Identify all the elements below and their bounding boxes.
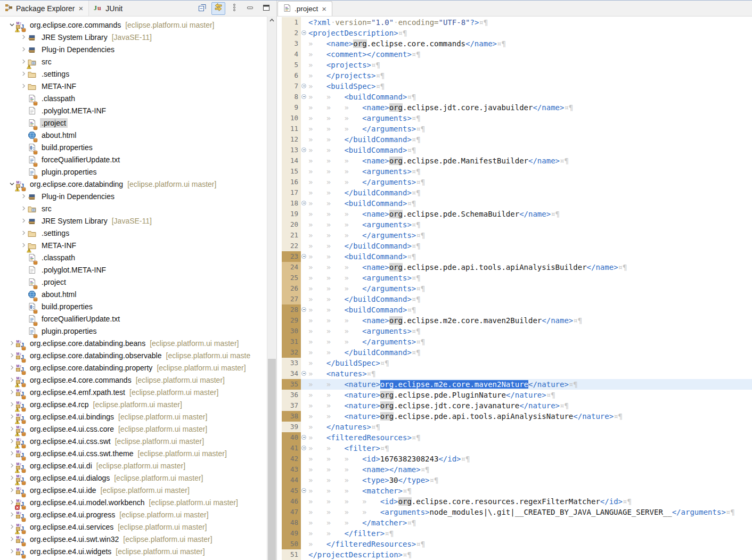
code-line[interactable]: 30»»»<arguments>¤¶ (277, 326, 752, 336)
code-line[interactable]: 35»»<nature>org.eclipse.m2e.core.maven2N… (277, 379, 752, 390)
code-line[interactable]: 29»»»<name>org.eclipse.m2e.core.maven2Bu… (277, 315, 752, 326)
code-line[interactable]: 31»»»</arguments>¤¶ (277, 336, 752, 347)
tree-scrollbar[interactable] (267, 16, 276, 560)
tree-item[interactable]: M2Jorg.eclipse.e4.ui.services[eclipse.pl… (0, 521, 276, 533)
chevron-right-icon[interactable] (19, 206, 28, 211)
code-line[interactable]: 23»»<buildCommand>¤¶ (277, 251, 752, 262)
code-line[interactable]: 22»»</buildCommand>¤¶ (277, 241, 752, 251)
code-line[interactable]: 47»»»»<arguments>node_modules|\.git|__CR… (277, 507, 752, 517)
chevron-right-icon[interactable] (7, 365, 16, 370)
code-line[interactable]: 11»»»</arguments>¤¶ (277, 123, 752, 134)
code-line[interactable]: 46»»»»<id>org.eclipse.core.resources.reg… (277, 496, 752, 507)
tree-item[interactable]: M2Jorg.eclipse.core.databinding.property… (0, 361, 276, 374)
fold-marker-icon[interactable] (301, 201, 306, 205)
tab-junit[interactable]: Ju JUnit (89, 1, 127, 16)
code-line[interactable]: 12»»</buildCommand>¤¶ (277, 134, 752, 145)
code-line[interactable]: 50»</filteredResources>¤¶ (277, 539, 752, 549)
chevron-right-icon[interactable] (19, 71, 28, 76)
code-line[interactable]: 33»</buildSpec>¤¶ (277, 358, 752, 368)
scrollbar-thumb[interactable] (268, 359, 276, 560)
chevron-right-icon[interactable] (19, 35, 28, 39)
code-line[interactable]: 41»»<filter>¤¶ (277, 443, 752, 454)
code-line[interactable]: 42»»»<id>1676382308243</id>¤¶ (277, 454, 752, 464)
chevron-right-icon[interactable] (19, 47, 28, 52)
code-line[interactable]: 5»<projects>¤¶ (277, 60, 752, 70)
code-line[interactable]: 26»»»</arguments>¤¶ (277, 283, 752, 294)
code-line[interactable]: 43»»»<name></name>¤¶ (277, 464, 752, 475)
scroll-up-button[interactable] (267, 16, 276, 24)
code-line[interactable]: 13»»<buildCommand>¤¶ (277, 145, 752, 155)
view-menu-button[interactable] (227, 2, 241, 15)
fold-marker-icon[interactable] (301, 254, 306, 259)
tree-item[interactable]: 0:build.properties (0, 141, 276, 153)
chevron-right-icon[interactable] (7, 488, 16, 492)
tree-item[interactable]: .classpath (0, 92, 276, 104)
code-line[interactable]: 17»»</buildCommand>¤¶ (277, 187, 752, 198)
code-line[interactable]: 9»»»<name>org.eclipse.jdt.core.javabuild… (277, 102, 752, 113)
tree-item[interactable]: M2Jorg.eclipse.e4.ui.model.workbench[ecl… (0, 496, 276, 508)
tree-item[interactable]: plugin.properties (0, 166, 276, 178)
collapse-all-button[interactable] (195, 2, 209, 15)
code-line[interactable]: 14»»»<name>org.eclipse.pde.ManifestBuild… (277, 155, 752, 166)
tree-item[interactable]: .project (0, 117, 276, 129)
code-line[interactable]: 20»»»<arguments>¤¶ (277, 219, 752, 230)
tree-item[interactable]: M2Jorg.eclipse.core.databinding.observab… (0, 349, 276, 361)
tree-item[interactable]: M2Jorg.eclipse.e4.ui.widgets[eclipse.pla… (0, 545, 276, 557)
tree-item[interactable]: M2Jorg.eclipse.e4.ui.swt.win32[eclipse.p… (0, 533, 276, 545)
minimize-button[interactable] (243, 2, 257, 15)
code-area[interactable]: 1<?xml·version="1.0"·encoding="UTF-8"?>¤… (277, 17, 752, 560)
tree-item[interactable]: M2Jorg.eclipse.core.databinding.beans[ec… (0, 337, 276, 349)
tree-item[interactable]: M2Jorg.eclipse.e4.ui.css.swt.theme[eclip… (0, 447, 276, 459)
code-line[interactable]: 25»»»<arguments>¤¶ (277, 273, 752, 283)
fold-marker-icon[interactable] (301, 446, 306, 450)
tree-item[interactable]: .settings (0, 68, 276, 80)
code-line[interactable]: 38»»<nature>org.eclipse.pde.api.tools.ap… (277, 411, 752, 422)
fold-marker-icon[interactable] (301, 488, 306, 493)
tree-item[interactable]: Plug-in Dependencies (0, 190, 276, 202)
code-line[interactable]: 8»»<buildCommand>¤¶ (277, 92, 752, 102)
tree-item[interactable]: src (0, 55, 276, 68)
tree-item[interactable]: M2Jorg.eclipse.e4.rcp[eclipse.platform.u… (0, 398, 276, 410)
code-line[interactable]: 2<projectDescription>¤¶ (277, 28, 752, 38)
tree-item[interactable]: .polyglot.META-INF (0, 104, 276, 117)
fold-marker-icon[interactable] (301, 435, 306, 440)
tree-item[interactable]: 0:build.properties (0, 300, 276, 312)
chevron-right-icon[interactable] (19, 218, 28, 223)
tree-item[interactable]: .project (0, 276, 276, 288)
tree-item[interactable]: M2Jorg.eclipse.e4.emf.xpath.test[eclipse… (0, 386, 276, 398)
chevron-right-icon[interactable] (7, 353, 16, 358)
fold-marker-icon[interactable] (301, 30, 306, 35)
code-line[interactable]: 27»»</buildCommand>¤¶ (277, 294, 752, 304)
close-icon[interactable]: × (321, 5, 327, 13)
tree-item[interactable]: .settings (0, 227, 276, 239)
tree-item[interactable]: M2Jorg.eclipse.core.commands[eclipse.pla… (0, 19, 276, 31)
code-line[interactable]: 21»»»</arguments>¤¶ (277, 230, 752, 241)
fold-marker-icon[interactable] (301, 94, 306, 99)
tree-item[interactable]: M2Jorg.eclipse.e4.ui.css.swt[eclipse.pla… (0, 435, 276, 447)
code-line[interactable]: 49»»</filter>¤¶ (277, 528, 752, 539)
fold-marker-icon[interactable] (301, 84, 306, 88)
code-line[interactable]: 34»<natures>¤¶ (277, 368, 752, 379)
code-line[interactable]: 6»</projects>¤¶ (277, 70, 752, 81)
chevron-right-icon[interactable] (7, 549, 16, 554)
code-line[interactable]: 51</projectDescription>¤¶ (277, 549, 752, 560)
code-line[interactable]: 45»»»<matcher>¤¶ (277, 485, 752, 496)
code-line[interactable]: 10»»»<arguments>¤¶ (277, 113, 752, 123)
tree-item[interactable]: forceQualifierUpdate.txt (0, 312, 276, 325)
tree-item[interactable]: plugin.properties (0, 325, 276, 337)
code-line[interactable]: 16»»»</arguments>¤¶ (277, 177, 752, 187)
fold-marker-icon[interactable] (301, 147, 306, 152)
code-line[interactable]: 37»»<nature>org.eclipse.jdt.core.javanat… (277, 400, 752, 411)
tree-item[interactable]: M2Jorg.eclipse.e4.ui.dialogs[eclipse.pla… (0, 472, 276, 484)
tree-item[interactable]: .classpath (0, 251, 276, 263)
code-line[interactable]: 39»</natures>¤¶ (277, 422, 752, 432)
code-line[interactable]: 24»»»<name>org.eclipse.pde.api.tools.api… (277, 262, 752, 273)
tree-item[interactable]: META-INF (0, 80, 276, 92)
tree-item[interactable]: forceQualifierUpdate.txt (0, 153, 276, 166)
chevron-right-icon[interactable] (7, 451, 16, 456)
fold-marker-icon[interactable] (301, 307, 306, 312)
fold-marker-icon[interactable] (301, 371, 306, 376)
code-line[interactable]: 3»<name>org.eclipse.core.commands</name>… (277, 38, 752, 49)
code-line[interactable]: 32»»</buildCommand>¤¶ (277, 347, 752, 358)
tree-item[interactable]: about.html (0, 129, 276, 141)
